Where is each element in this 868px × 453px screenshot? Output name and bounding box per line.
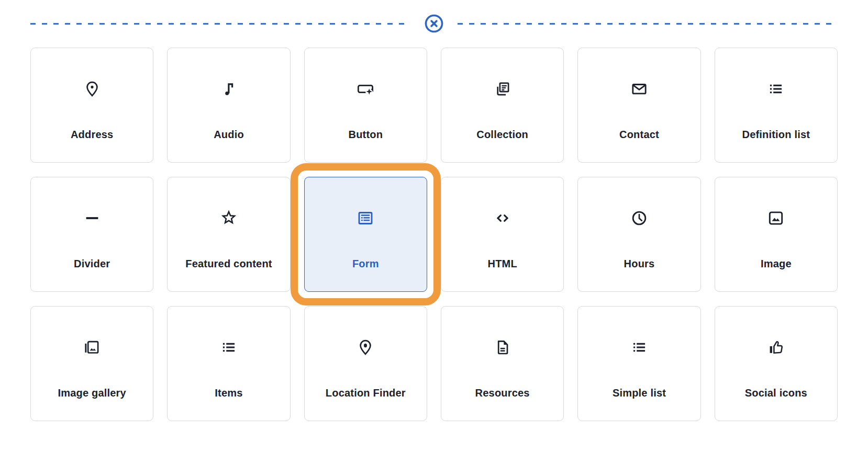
map-pin-filled-icon: [356, 338, 375, 357]
block-cell: Simple list: [577, 306, 700, 421]
block-card-hours[interactable]: Hours: [577, 177, 700, 292]
block-label: Image: [761, 258, 792, 269]
form-table-icon: [356, 209, 375, 228]
block-card-collection[interactable]: Collection: [441, 48, 564, 163]
block-cell: Definition list: [715, 48, 838, 163]
collection-pages-icon: [493, 80, 512, 98]
block-label: Address: [71, 129, 113, 140]
block-label: Divider: [74, 258, 110, 269]
block-cell: HTML: [441, 177, 564, 292]
list-bullets-round-icon: [630, 338, 649, 357]
block-cell: Resources: [441, 306, 564, 421]
envelope-icon: [630, 80, 649, 98]
block-cell: Featured content: [167, 177, 290, 292]
circle-x-icon: [424, 14, 444, 33]
block-card-divider[interactable]: Divider: [30, 177, 153, 292]
dashed-line-right: [458, 23, 838, 25]
block-card-simple-list[interactable]: Simple list: [577, 306, 700, 421]
block-cell: Social icons: [715, 306, 838, 421]
block-card-image-gallery[interactable]: Image gallery: [30, 306, 153, 421]
block-cell: Audio: [167, 48, 290, 163]
block-card-contact[interactable]: Contact: [577, 48, 700, 163]
button-sparkle-icon: [356, 80, 375, 98]
clock-icon: [630, 209, 649, 228]
list-bullets-square-icon: [219, 338, 238, 357]
block-card-image[interactable]: Image: [715, 177, 838, 292]
dashed-line-left: [30, 23, 410, 25]
code-brackets-icon: [493, 209, 512, 228]
block-card-address[interactable]: Address: [30, 48, 153, 163]
block-picker-grid: Address Audio Button Collection Contact: [30, 48, 838, 421]
block-label: Items: [215, 387, 242, 399]
block-label: Location Finder: [326, 387, 406, 399]
block-cell: Form: [304, 177, 427, 292]
minus-icon: [83, 209, 102, 228]
block-card-items[interactable]: Items: [167, 306, 290, 421]
block-cell: Image gallery: [30, 306, 153, 421]
block-label: Image gallery: [58, 387, 126, 399]
insert-point-separator: [30, 14, 838, 33]
block-cell: Button: [304, 48, 427, 163]
close-button[interactable]: [424, 14, 444, 33]
block-card-featured-content[interactable]: Featured content: [167, 177, 290, 292]
block-card-definition-list[interactable]: Definition list: [715, 48, 838, 163]
block-card-resources[interactable]: Resources: [441, 306, 564, 421]
block-cell: Contact: [577, 48, 700, 163]
image-photo-icon: [766, 209, 785, 228]
block-card-audio[interactable]: Audio: [167, 48, 290, 163]
list-bullets-square-icon: [766, 80, 785, 98]
block-label: Simple list: [613, 387, 666, 399]
block-label: Resources: [475, 387, 530, 399]
block-label: Social icons: [745, 387, 807, 399]
block-cell: Location Finder: [304, 306, 427, 421]
block-cell: Items: [167, 306, 290, 421]
block-cell: Collection: [441, 48, 564, 163]
block-label: Collection: [476, 129, 528, 140]
block-cell: Hours: [577, 177, 700, 292]
block-card-social-icons[interactable]: Social icons: [715, 306, 838, 421]
block-label: Hours: [624, 258, 655, 269]
block-label: HTML: [487, 258, 517, 269]
block-label: Button: [349, 129, 383, 140]
music-note-icon: [219, 80, 238, 98]
map-pin-icon: [83, 80, 102, 98]
block-label: Form: [352, 258, 379, 269]
block-card-html[interactable]: HTML: [441, 177, 564, 292]
thumbs-up-icon: [766, 338, 785, 357]
block-cell: Address: [30, 48, 153, 163]
block-label: Definition list: [742, 129, 810, 140]
document-file-icon: [493, 338, 512, 357]
image-stack-icon: [83, 338, 102, 357]
block-card-button[interactable]: Button: [304, 48, 427, 163]
block-label: Featured content: [185, 258, 272, 269]
star-icon: [219, 209, 238, 228]
block-label: Contact: [619, 129, 659, 140]
block-card-location-finder[interactable]: Location Finder: [304, 306, 427, 421]
block-cell: Image: [715, 177, 838, 292]
block-card-form[interactable]: Form: [304, 177, 427, 292]
block-cell: Divider: [30, 177, 153, 292]
block-label: Audio: [214, 129, 244, 140]
